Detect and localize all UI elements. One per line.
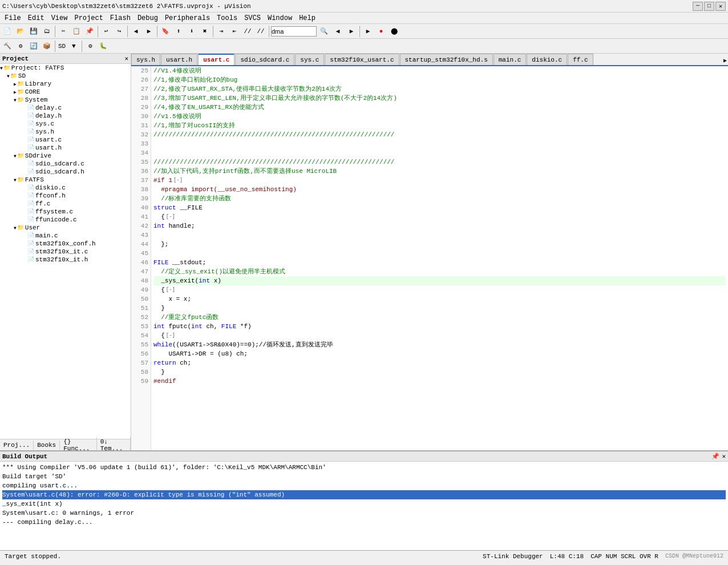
menu-item-window[interactable]: Window <box>264 13 296 23</box>
tree-item-main-c[interactable]: 📄main.c <box>0 232 131 240</box>
nav-back-button[interactable]: ◀ <box>130 25 142 38</box>
tree-item-fatfs-root[interactable]: ▼📁Project: FATFS <box>0 64 131 72</box>
code-editor[interactable]: 2526272829303132333435363738394041424344… <box>131 66 728 450</box>
menu-item-help[interactable]: Help <box>296 13 319 23</box>
paste-button[interactable]: 📌 <box>83 25 96 38</box>
search-button[interactable]: 🔍 <box>318 25 330 38</box>
search-input[interactable] <box>271 26 317 37</box>
tree-item-sys-h[interactable]: 📄sys.h <box>0 128 131 136</box>
menu-item-flash[interactable]: Flash <box>107 13 134 23</box>
tab-ff-c[interactable]: ff.c <box>568 54 593 65</box>
bookmark-next-button[interactable]: ⬇ <box>185 25 198 38</box>
proj-bottom-tab-1[interactable]: Books <box>34 441 60 450</box>
expand-icon[interactable]: ▶ <box>14 82 17 87</box>
tree-item-stm32f10x-conf-h[interactable]: 📄stm32f10x_conf.h <box>0 240 131 248</box>
uncomment-button[interactable]: // <box>254 25 267 38</box>
tab-sys-h[interactable]: sys.h <box>131 54 160 65</box>
tree-item-user-folder[interactable]: ▼📁User <box>0 224 131 232</box>
tree-item-stm32f10x-it-c[interactable]: 📄stm32f10x_it.c <box>0 248 131 256</box>
code-content[interactable]: //V1.4修改说明//1,修改串口初始化IO的bug//2,修改了USART_… <box>151 66 728 450</box>
tree-item-sddrive-folder[interactable]: ▼📁SDdrive <box>0 152 131 160</box>
menu-item-view[interactable]: View <box>48 13 71 23</box>
proj-bottom-tab-0[interactable]: Proj... <box>0 441 34 450</box>
tab-usart-c[interactable]: usart.c <box>198 54 234 65</box>
maximize-button[interactable]: □ <box>704 2 714 11</box>
tree-item-sdio-h[interactable]: 📄sdio_sdcard.h <box>0 168 131 176</box>
open-button[interactable]: 📂 <box>14 25 27 38</box>
tab-usart-h[interactable]: usart.h <box>161 54 197 65</box>
tree-item-delay-c[interactable]: 📄delay.c <box>0 104 131 112</box>
search-prev-button[interactable]: ◀ <box>331 25 344 38</box>
options-button[interactable]: ⚙ <box>84 40 96 53</box>
proj-bottom-tab-3[interactable]: 0↓ Tem... <box>97 437 131 451</box>
fold-button[interactable]: [-] <box>166 331 175 340</box>
cut-button[interactable]: ✂ <box>57 25 70 38</box>
tab-scroll-button[interactable]: ▶ <box>722 56 728 65</box>
build-output-close[interactable]: ✕ <box>722 453 726 460</box>
close-button[interactable]: ✕ <box>715 2 726 11</box>
fold-button[interactable]: [-] <box>166 285 175 294</box>
unindent-button[interactable]: ⇤ <box>228 25 241 38</box>
tree-item-library-folder[interactable]: ▶📁Library <box>0 80 131 88</box>
menu-item-file[interactable]: File <box>1 13 25 23</box>
tree-item-ff-c[interactable]: 📄ff.c <box>0 200 131 208</box>
bookmark-prev-button[interactable]: ⬆ <box>172 25 185 38</box>
project-header-close[interactable]: ✕ <box>124 55 128 62</box>
fold-button[interactable]: [-] <box>173 176 183 185</box>
tree-item-diskio-c[interactable]: 📄diskio.c <box>0 184 131 192</box>
copy-button[interactable]: 📋 <box>70 25 83 38</box>
tree-item-sdio-c[interactable]: 📄sdio_sdcard.c <box>0 160 131 168</box>
tree-item-delay-h[interactable]: 📄delay.h <box>0 112 131 120</box>
save-all-button[interactable]: 🗂 <box>41 25 53 38</box>
search-next-button[interactable]: ▶ <box>345 25 358 38</box>
indent-button[interactable]: ⇥ <box>215 25 228 38</box>
debug-stop-button[interactable]: ● <box>375 25 387 38</box>
tree-item-usart-h[interactable]: 📄usart.h <box>0 144 131 152</box>
minimize-button[interactable]: ─ <box>693 2 703 11</box>
tree-item-ffsystem-c[interactable]: 📄ffsystem.c <box>0 208 131 216</box>
menu-item-tools[interactable]: Tools <box>213 13 241 23</box>
expand-icon[interactable]: ▼ <box>14 154 17 159</box>
undo-button[interactable]: ↩ <box>100 25 112 38</box>
tab-sdio-sdcard-c[interactable]: sdio_sdcard.c <box>235 54 294 65</box>
target-dropdown[interactable]: ▼ <box>67 40 80 53</box>
tab-main-c[interactable]: main.c <box>494 54 527 65</box>
tree-item-core-folder[interactable]: ▶📁CORE <box>0 88 131 96</box>
tab-stm32f10x-usart-c[interactable]: stm32f10x_usart.c <box>325 54 399 65</box>
menu-item-project[interactable]: Project <box>71 13 106 23</box>
build-target-button[interactable]: 🔨 <box>1 40 14 53</box>
tree-item-usart-c[interactable]: 📄usart.c <box>0 136 131 144</box>
menu-item-peripherals[interactable]: Peripherals <box>161 13 213 23</box>
tree-item-ffconf-h[interactable]: 📄ffconf.h <box>0 192 131 200</box>
save-button[interactable]: 💾 <box>27 25 40 38</box>
bookmark-clear-button[interactable]: ✖ <box>199 25 211 38</box>
new-button[interactable]: 📄 <box>1 25 14 38</box>
proj-bottom-tab-2[interactable]: {} Func... <box>60 437 96 451</box>
tree-item-system-folder[interactable]: ▼📁System <box>0 96 131 104</box>
menu-item-svcs[interactable]: SVCS <box>241 13 264 23</box>
translate-button[interactable]: ⚙ <box>14 40 27 53</box>
comment-button[interactable]: // <box>241 25 254 38</box>
tab-diskio-c[interactable]: diskio.c <box>527 54 567 65</box>
tab-sys-c[interactable]: sys.c <box>295 54 324 65</box>
fold-button[interactable]: [-] <box>166 212 175 221</box>
tree-item-sd-folder[interactable]: ▼📁SD <box>0 72 131 80</box>
tree-item-sys-c[interactable]: 📄sys.c <box>0 120 131 128</box>
bookmark-button[interactable]: 🔖 <box>159 25 172 38</box>
menu-item-debug[interactable]: Debug <box>134 13 161 23</box>
expand-icon[interactable]: ▼ <box>14 177 17 183</box>
expand-icon[interactable]: ▼ <box>0 66 3 71</box>
build-output-pin[interactable]: 📌 <box>711 453 719 460</box>
expand-icon[interactable]: ▶ <box>14 90 17 95</box>
expand-icon[interactable]: ▼ <box>14 98 17 103</box>
tree-item-fatfs-folder[interactable]: ▼📁FATFS <box>0 176 131 184</box>
tree-item-ffunicode-c[interactable]: 📄ffunicode.c <box>0 216 131 224</box>
batch-build-button[interactable]: 📦 <box>41 40 53 53</box>
tab-startup-stm32f10x-hd-s[interactable]: startup_stm32f10x_hd.s <box>400 54 493 65</box>
tree-item-stm32f10x-it-h[interactable]: 📄stm32f10x_it.h <box>0 256 131 264</box>
redo-button[interactable]: ↪ <box>113 25 126 38</box>
rebuild-button[interactable]: 🔄 <box>27 40 40 53</box>
expand-icon[interactable]: ▼ <box>7 74 10 79</box>
debug-session-button[interactable]: 🐛 <box>97 40 110 53</box>
nav-fwd-button[interactable]: ▶ <box>143 25 155 38</box>
